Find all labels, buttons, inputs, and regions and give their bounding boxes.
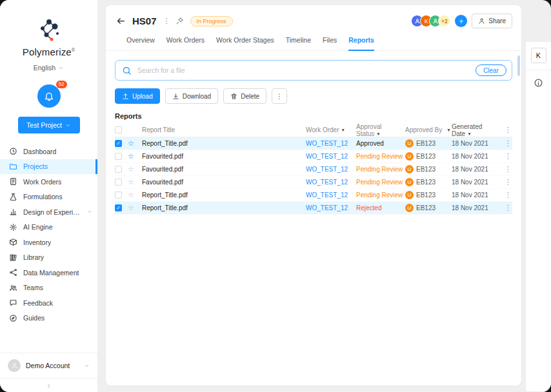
row-menu-icon[interactable]: ⋮ [503, 178, 512, 186]
notifications-button[interactable] [37, 84, 61, 108]
notification-badge: 52 [56, 81, 67, 88]
info-icon[interactable] [534, 78, 543, 88]
chevron-down-icon [87, 209, 92, 215]
avatar-more[interactable]: +2 [438, 15, 450, 27]
row-menu-icon[interactable]: ⋮ [503, 165, 512, 173]
row-checkbox[interactable] [115, 153, 122, 160]
column-header-work-order[interactable]: Work Order▼ [306, 126, 356, 133]
sidebar-item-dashboard[interactable]: Dashboard [0, 144, 97, 159]
account-menu[interactable]: Demo Account [0, 353, 97, 378]
star-icon[interactable]: ☆ [128, 179, 142, 186]
row-checkbox[interactable] [115, 140, 122, 147]
star-icon[interactable]: ☆ [128, 166, 142, 173]
row-checkbox[interactable] [115, 166, 122, 173]
add-member-button[interactable] [455, 15, 467, 27]
column-header-approval-status[interactable]: Approval Status▼ [356, 123, 405, 137]
table-header: Report Title Work Order▼ Approval Status… [115, 123, 512, 137]
star-icon[interactable]: ☆ [128, 191, 142, 199]
column-header-approved-by[interactable]: Approved By▼ [405, 126, 452, 133]
tab-work-orders[interactable]: Work Orders [166, 36, 205, 50]
sort-caret-icon[interactable]: ▼ [467, 132, 471, 136]
approval-status: Pending Review [356, 179, 405, 186]
star-icon[interactable]: ☆ [128, 140, 142, 147]
search-icon [122, 66, 132, 75]
work-order-link[interactable]: WO_TEST_12 [306, 191, 356, 199]
approver-id: EB123 [416, 153, 436, 160]
share-button[interactable]: Share [472, 14, 512, 28]
approved-by: U EB123 [405, 165, 452, 173]
sidebar-item-teams[interactable]: Teams [0, 280, 97, 296]
sidebar-item-inventory[interactable]: Inventory [0, 235, 97, 250]
sidebar-item-guides[interactable]: Guides [0, 311, 97, 326]
approval-status: Approved [356, 140, 405, 147]
approver-avatar: U [405, 204, 414, 212]
rail-tab-k[interactable]: K [531, 48, 546, 63]
row-menu-icon[interactable]: ⋮ [503, 152, 512, 161]
table-row[interactable]: ☆ Report_Title.pdf WO_TEST_12 Pending Re… [115, 189, 512, 202]
table-row[interactable]: ☆ Favourited.pdf WO_TEST_12 Pending Revi… [115, 163, 512, 176]
approval-status: Pending Review [356, 191, 405, 199]
star-icon[interactable]: ☆ [128, 153, 142, 160]
generated-date: 18 Nov 2021 [452, 204, 503, 211]
sidebar-item-data-management[interactable]: Data Management [0, 265, 97, 280]
collapse-sidebar-button[interactable]: ‹ [0, 378, 97, 392]
table-header-menu-icon[interactable]: ⋮ [503, 126, 512, 134]
work-order-link[interactable]: WO_TEST_12 [306, 153, 356, 160]
tab-overview[interactable]: Overview [126, 36, 155, 50]
approver-avatar: U [405, 139, 414, 148]
work-order-link[interactable]: WO_TEST_12 [306, 204, 356, 211]
language-selector[interactable]: English [0, 64, 97, 72]
sidebar-nav: Dashboard Projects Work Orders Formulati… [0, 144, 97, 353]
sort-caret-icon[interactable]: ▼ [376, 132, 380, 136]
plus-icon [458, 18, 465, 24]
more-actions-button[interactable]: ⋮ [272, 88, 287, 104]
work-order-link[interactable]: WO_TEST_12 [306, 166, 356, 173]
table-row[interactable]: ☆ Report_Title.pdf WO_TEST_12 Rejected U… [115, 202, 512, 215]
back-arrow-icon[interactable] [116, 16, 126, 26]
table-row[interactable]: ☆ Report_Title.pdf WO_TEST_12 Approved U… [115, 137, 512, 150]
star-icon[interactable]: ☆ [128, 204, 142, 211]
select-all-checkbox[interactable] [115, 126, 122, 133]
pin-icon[interactable] [175, 17, 184, 25]
download-icon [172, 93, 179, 100]
project-name: Test Project [26, 121, 62, 129]
clear-search-button[interactable]: Clear [476, 64, 506, 76]
column-header-generated-date[interactable]: Generated Date▼ [452, 123, 503, 137]
sidebar-item-library[interactable]: Library [0, 250, 97, 266]
sidebar-item-formulations[interactable]: Formulations [0, 190, 97, 205]
row-menu-icon[interactable]: ⋮ [503, 191, 512, 199]
table-row[interactable]: ☆ Favourited.pdf WO_TEST_12 Pending Revi… [115, 150, 512, 163]
sidebar-item-label: Inventory [23, 239, 51, 246]
sidebar-item-design-of-experiments[interactable]: Design of Experiments [0, 204, 97, 220]
tab-work-order-stages[interactable]: Work Order Stages [216, 36, 274, 50]
work-order-link[interactable]: WO_TEST_12 [306, 179, 356, 186]
divider [526, 70, 551, 70]
download-button[interactable]: Download [165, 88, 218, 104]
row-checkbox[interactable] [115, 191, 122, 199]
tab-reports[interactable]: Reports [348, 36, 374, 51]
scrollbar-thumb[interactable] [517, 55, 520, 76]
sidebar-item-feedback[interactable]: Feedback [0, 295, 97, 311]
title-menu-icon[interactable]: ⋮ [162, 17, 172, 25]
row-checkbox[interactable] [115, 179, 122, 186]
project-selector-button[interactable]: Test Project [18, 117, 80, 133]
upload-button[interactable]: Upload [115, 88, 160, 104]
delete-button[interactable]: Delete [223, 88, 266, 104]
row-menu-icon[interactable]: ⋮ [503, 204, 512, 212]
tab-bar: Overview Work Orders Work Order Stages T… [106, 28, 521, 51]
approval-status: Pending Review [356, 153, 405, 160]
table-row[interactable]: ☆ Favourited.pdf WO_TEST_12 Pending Revi… [115, 176, 512, 189]
row-menu-icon[interactable]: ⋮ [503, 139, 512, 148]
column-header-report-title[interactable]: Report Title [142, 126, 306, 133]
sort-caret-icon[interactable]: ▼ [341, 128, 345, 132]
sidebar-item-work-orders[interactable]: Work Orders [0, 174, 97, 190]
tab-files[interactable]: Files [323, 36, 337, 50]
tab-timeline[interactable]: Timeline [286, 36, 311, 50]
sidebar-item-ai-engine[interactable]: AI Engine [0, 220, 97, 235]
sidebar-item-projects[interactable]: Projects [0, 159, 97, 175]
row-checkbox[interactable] [115, 204, 122, 211]
search-input[interactable] [137, 66, 469, 74]
sort-caret-icon[interactable]: ▼ [446, 128, 450, 132]
sidebar: Polymerize© English 52 Test Project Dash… [0, 0, 98, 392]
work-order-link[interactable]: WO_TEST_12 [306, 140, 356, 147]
